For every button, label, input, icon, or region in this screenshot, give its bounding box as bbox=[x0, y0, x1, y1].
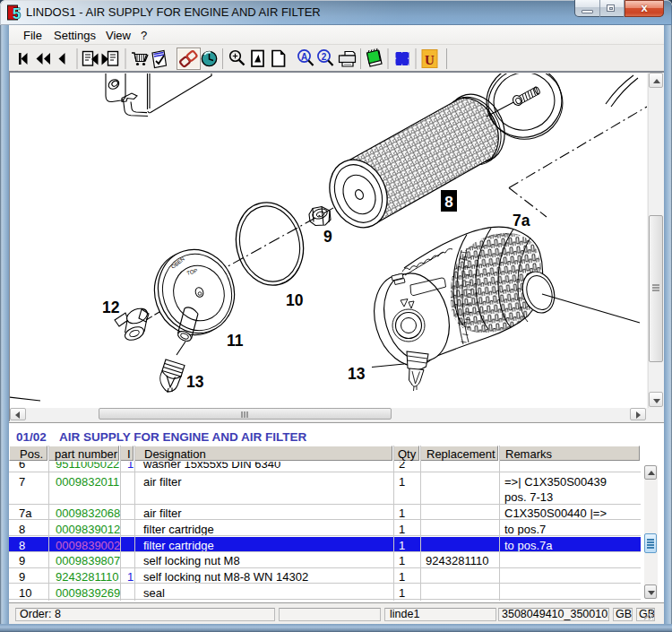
svg-text:12: 12 bbox=[102, 299, 120, 316]
svg-text:5: 5 bbox=[13, 6, 21, 22]
svg-text:A: A bbox=[301, 52, 307, 62]
svg-text:10: 10 bbox=[286, 291, 304, 309]
svg-text:11: 11 bbox=[227, 332, 244, 350]
svg-text:U: U bbox=[425, 53, 435, 67]
svg-text:9: 9 bbox=[323, 228, 332, 246]
svg-text:7a: 7a bbox=[513, 212, 530, 229]
svg-text:2: 2 bbox=[322, 52, 327, 62]
svg-text:13: 13 bbox=[348, 365, 366, 383]
svg-text:13: 13 bbox=[186, 373, 204, 391]
svg-text:8: 8 bbox=[444, 194, 452, 211]
